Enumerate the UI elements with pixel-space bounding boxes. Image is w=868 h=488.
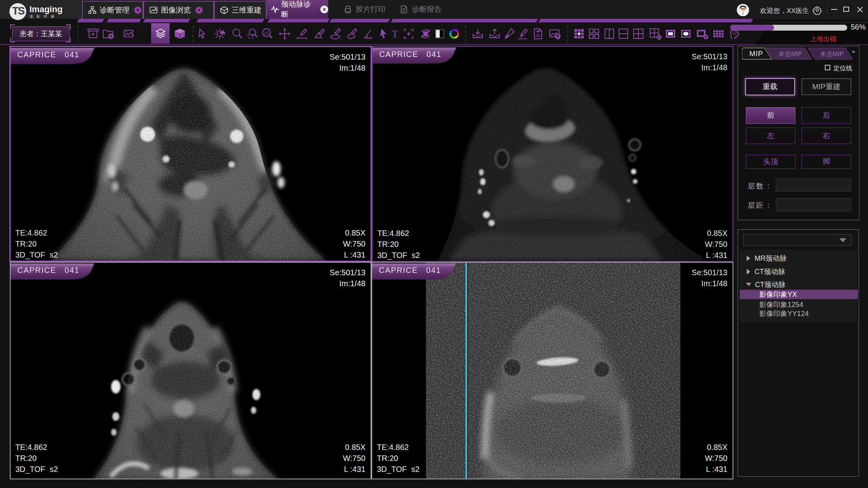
svg-text:T: T — [392, 28, 398, 40]
svg-text:x2: x2 — [264, 31, 269, 35]
